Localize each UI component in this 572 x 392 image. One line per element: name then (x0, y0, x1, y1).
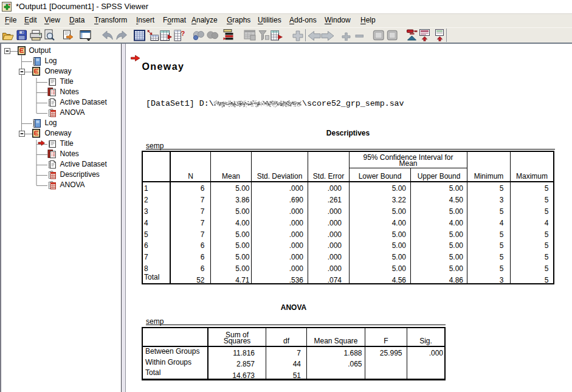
svg-text:?: ? (181, 30, 185, 37)
